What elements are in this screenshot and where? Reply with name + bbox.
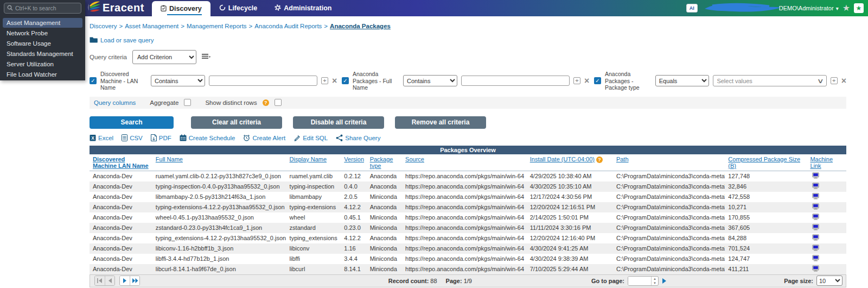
disable-all-criteria-button[interactable]: Disable all criteria	[293, 116, 384, 129]
sidebar-item-server-utilization[interactable]: Server Utilization	[3, 59, 82, 69]
previous-page-button[interactable]	[105, 276, 114, 285]
machine-link-icon[interactable]	[812, 255, 819, 262]
cell-display-name: typing-extensions	[286, 202, 341, 212]
sidebar-item-asset-management[interactable]: Asset Management	[3, 18, 82, 28]
col-header-install-date[interactable]: Install Date (UTC-04:00)	[530, 156, 595, 162]
search-button[interactable]: Search	[90, 116, 174, 129]
cell-source: https://repo.anaconda.com/pkgs/main/win-…	[402, 264, 527, 274]
machine-link-icon[interactable]	[812, 234, 819, 242]
aggregate-checkbox[interactable]	[184, 99, 191, 106]
criterion-package-type: ✓ Anaconda Packages - Package type Equal…	[594, 71, 846, 91]
breadcrumb-anaconda-audit-reports[interactable]: Anaconda Audit Reports	[254, 23, 322, 29]
col-header-source[interactable]: Source	[405, 156, 424, 162]
col-header-version[interactable]: Version	[344, 156, 364, 162]
criteria-menu-icon[interactable]	[202, 53, 211, 61]
col-header-path[interactable]: Path	[616, 156, 629, 162]
last-page-button[interactable]	[130, 276, 139, 285]
remove-criterion-icon[interactable]: ×	[841, 77, 846, 84]
create-alert-link[interactable]: Create Alert	[243, 134, 285, 142]
global-search-box[interactable]	[4, 3, 81, 14]
next-page-button[interactable]	[120, 276, 130, 285]
criterion-operator-select[interactable]: Equals	[655, 75, 710, 86]
create-schedule-link[interactable]: Create Schedule	[180, 134, 235, 142]
spin-up-icon[interactable]: ▲	[652, 277, 658, 281]
col-header-full-name[interactable]: Full Name	[156, 156, 183, 162]
tab-administration[interactable]: Administration	[266, 0, 340, 16]
cell-source: https://repo.anaconda.com/pkgs/main/win-…	[402, 212, 527, 223]
user-menu[interactable]: DEMO\Administrator ▾	[779, 5, 839, 11]
criterion-value-input[interactable]	[461, 76, 570, 86]
cell-path: C:\ProgramData\miniconda3\conda-meta\	[613, 223, 725, 233]
criterion-operator-select[interactable]: Contains	[403, 75, 457, 86]
cell-display-name: libffi	[286, 254, 341, 264]
sidebar-item-standards-management[interactable]: Standards Management	[3, 49, 82, 59]
sidebar: Asset Management Network Probe Software …	[0, 0, 85, 80]
sidebar-item-file-load-watcher[interactable]: File Load Watcher	[3, 70, 82, 79]
search-input[interactable]	[15, 5, 75, 11]
lifecycle-circle-icon	[219, 4, 226, 12]
machine-link-icon[interactable]	[812, 183, 819, 190]
cell-source: https://repo.anaconda.com/pkgs/main/win-…	[402, 181, 527, 192]
breadcrumb-anaconda-packages[interactable]: Anaconda Packages	[330, 23, 391, 29]
cell-lan-name: Anaconda-Dev	[90, 223, 152, 233]
machine-link-icon[interactable]	[812, 203, 819, 211]
query-columns-link[interactable]: Query columns	[94, 99, 136, 106]
criterion-checkbox[interactable]: ✓	[342, 77, 349, 84]
sidebar-item-network-probe[interactable]: Network Probe	[3, 28, 82, 38]
export-csv-link[interactable]: CSV	[122, 134, 143, 142]
load-or-save-query-link[interactable]: Load or save query	[90, 36, 846, 44]
page-size-select[interactable]: 10	[816, 276, 843, 286]
cell-install-date: 11/11/2024 3:30:16 PM	[527, 223, 613, 233]
col-header-machine-link[interactable]: Machine Link	[810, 156, 833, 169]
favorites-star-icon[interactable]: ★	[843, 4, 850, 12]
goto-page-go-button[interactable]	[662, 278, 667, 284]
cell-size: 170,855	[725, 212, 807, 223]
sidebar-item-software-usage[interactable]: Software Usage	[3, 39, 82, 48]
remove-all-criteria-button[interactable]: Remove all criteria	[395, 116, 486, 129]
criterion-checkbox[interactable]: ✓	[90, 77, 97, 84]
remove-criterion-icon[interactable]: ×	[332, 77, 337, 84]
machine-link-icon[interactable]	[812, 245, 819, 252]
machine-link-icon[interactable]	[812, 214, 819, 221]
edit-sql-link[interactable]: Edit SQL	[293, 134, 328, 142]
breadcrumb-discovery[interactable]: Discovery	[90, 23, 117, 29]
cell-package-type: Miniconda	[367, 243, 402, 254]
cell-source: https://repo.anaconda.com/pkgs/main/win-…	[402, 243, 527, 254]
criterion-operator-select[interactable]: Contains	[151, 75, 205, 86]
tab-discovery[interactable]: Discovery	[152, 1, 210, 16]
remove-criterion-icon[interactable]: ×	[584, 77, 589, 84]
bookmark-page-button[interactable]: ★	[854, 3, 864, 13]
col-header-package-type[interactable]: Package type	[370, 156, 393, 169]
help-icon[interactable]: ?	[263, 99, 269, 106]
pagination-forward-group	[119, 276, 140, 286]
breadcrumb-asset-management[interactable]: Asset Management	[125, 23, 178, 29]
add-condition-icon[interactable]: +	[321, 77, 328, 84]
machine-link-icon[interactable]	[812, 224, 819, 231]
machine-link-icon[interactable]	[812, 193, 819, 201]
export-pdf-link[interactable]: PDF	[151, 134, 171, 142]
install-date-help-icon[interactable]: ?	[596, 156, 603, 163]
cell-install-date: 4/29/2025 10:38:40 AM	[527, 171, 613, 181]
cell-path: C:\ProgramData\miniconda3\conda-meta\	[613, 181, 725, 192]
criterion-checkbox[interactable]: ✓	[594, 77, 601, 84]
machine-link-icon[interactable]	[812, 265, 819, 273]
col-header-display-name[interactable]: Display Name	[290, 156, 327, 162]
criterion-value-input[interactable]	[209, 76, 317, 86]
export-excel-link[interactable]: X Excel	[90, 134, 113, 142]
tab-lifecycle[interactable]: Lifecycle	[210, 0, 266, 16]
ai-badge-button[interactable]: AI	[686, 4, 698, 12]
show-distinct-checkbox[interactable]	[275, 99, 282, 106]
spin-down-icon[interactable]: ▼	[652, 281, 658, 285]
add-criterion-select[interactable]: Add Criterion	[132, 50, 196, 64]
add-condition-icon[interactable]: +	[573, 77, 580, 84]
goto-page-input[interactable]	[628, 277, 651, 285]
breadcrumb-management-reports[interactable]: Management Reports	[187, 23, 247, 29]
clear-all-criteria-button[interactable]: Clear all criteria	[191, 116, 282, 129]
col-header-lan-name[interactable]: Discovered Machine LAN Name	[93, 156, 149, 169]
col-header-size[interactable]: Compressed Package Size (B)	[728, 156, 800, 169]
select-values-dropdown[interactable]: Select values ∨	[713, 75, 826, 86]
machine-link-icon[interactable]	[812, 172, 819, 180]
add-condition-icon[interactable]: +	[831, 77, 838, 84]
first-page-button[interactable]	[95, 276, 105, 285]
share-query-link[interactable]: Share Query	[336, 134, 380, 142]
